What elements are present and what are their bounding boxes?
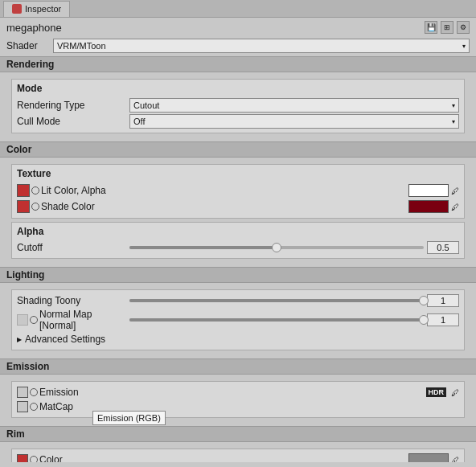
- color-section: Color Texture Lit Color, Alpha 🖊 Shad: [0, 141, 476, 265]
- cutoff-value[interactable]: 0.5: [427, 241, 459, 254]
- lit-color-label: Lit Color, Alpha: [41, 185, 408, 196]
- normal-map-fill: [129, 318, 424, 322]
- normal-map-track: [129, 318, 424, 322]
- inspector-tab[interactable]: Inspector: [3, 1, 70, 17]
- lit-color-box[interactable]: [408, 184, 449, 197]
- tab-label: Inspector: [25, 4, 61, 14]
- emission-block: Emission HDR 🖊 MatCap: [11, 381, 465, 418]
- layout-icon-btn[interactable]: ⊞: [441, 21, 453, 34]
- rendering-section: Rendering Mode Rendering Type Cutout ▾ C…: [0, 56, 476, 140]
- shading-toony-slider[interactable]: [129, 294, 424, 307]
- lit-color-picker-icon[interactable]: 🖊: [451, 186, 459, 195]
- cutoff-label: Cutoff: [17, 242, 129, 253]
- tab-bar: Inspector: [0, 0, 476, 18]
- lit-color-row: Lit Color, Alpha 🖊: [17, 182, 459, 199]
- object-name: megaphone: [6, 22, 62, 34]
- emission-section-header: Emission: [0, 358, 476, 375]
- matcap-dot: [30, 403, 38, 411]
- shade-color-row: Shade Color 🖊: [17, 199, 459, 215]
- rendering-type-arrow: ▾: [452, 102, 455, 109]
- emission-row: Emission HDR 🖊: [17, 385, 459, 399]
- object-header: megaphone 💾 ⊞ ⚙: [0, 18, 476, 37]
- cull-mode-dropdown[interactable]: Off ▾: [129, 114, 459, 129]
- shading-toony-fill: [129, 299, 424, 302]
- rim-color-label: Color: [39, 454, 63, 462]
- shade-color-label: Shade Color: [41, 201, 408, 212]
- scroll-area[interactable]: megaphone 💾 ⊞ ⚙ Shader VRM/MToon ▾ Rende…: [0, 18, 476, 462]
- rendering-type-label: Rendering Type: [17, 100, 129, 111]
- shade-color-picker-icon[interactable]: 🖊: [451, 203, 459, 211]
- emission-dot: [30, 388, 38, 396]
- rendering-type-row: Rendering Type Cutout ▾: [17, 97, 459, 113]
- shader-dropdown[interactable]: VRM/MToon ▾: [53, 39, 470, 53]
- save-icon-btn[interactable]: 💾: [425, 21, 437, 34]
- texture-block: Texture Lit Color, Alpha 🖊 Shade Color 🖊: [11, 164, 465, 219]
- rendering-type-value: Cutout ▾: [129, 98, 459, 113]
- mode-block: Mode Rendering Type Cutout ▾ Cull Mode: [11, 79, 465, 133]
- rim-section-header: Rim: [0, 426, 476, 442]
- matcap-swatch: [17, 401, 28, 412]
- emission-section: Emission Emission HDR 🖊: [0, 358, 476, 424]
- lighting-section: Lighting Shading Toony 1: [0, 267, 476, 357]
- emission-tooltip: Emission (RGB): [92, 411, 166, 425]
- cutoff-thumb[interactable]: [272, 243, 281, 252]
- cull-mode-row: Cull Mode Off ▾: [17, 113, 459, 129]
- advanced-label: Advanced Settings: [25, 334, 105, 345]
- shading-toony-row: Shading Toony 1: [17, 293, 459, 308]
- normal-map-dot: [30, 316, 38, 324]
- shader-dropdown-arrow: ▾: [462, 43, 466, 50]
- shading-toony-thumb[interactable]: [419, 296, 429, 305]
- advanced-triangle-icon: ▶: [17, 336, 22, 343]
- cull-mode-value: Off ▾: [129, 114, 459, 129]
- lighting-section-content: Shading Toony 1 Normal Map [Normal]: [0, 283, 476, 357]
- shader-value: VRM/MToon: [57, 41, 106, 51]
- normal-map-value[interactable]: 1: [427, 313, 459, 326]
- shading-toony-track: [129, 299, 424, 302]
- rim-section: Rim Color 🖊 Lighting: [0, 426, 476, 462]
- shade-color-dot: [31, 203, 39, 211]
- lit-color-preview-swatch: [17, 184, 30, 197]
- rim-block: Color 🖊 Lighting Mix: [11, 449, 465, 462]
- rendering-section-content: Mode Rendering Type Cutout ▾ Cull Mode: [0, 72, 476, 140]
- cutoff-track: [129, 246, 424, 249]
- matcap-label: MatCap: [39, 401, 73, 412]
- shader-label: Shader: [6, 40, 47, 51]
- alpha-sub-header: Alpha: [17, 226, 459, 237]
- emission-picker-icon[interactable]: 🖊: [451, 388, 459, 397]
- settings-icon-btn[interactable]: ⚙: [457, 21, 470, 34]
- inspector-tab-icon: [12, 4, 22, 14]
- shade-color-preview-swatch: [17, 200, 30, 213]
- rim-color-swatch-red: [17, 454, 28, 462]
- header-icons: 💾 ⊞ ⚙: [425, 21, 470, 34]
- texture-sub-header: Texture: [17, 168, 459, 179]
- normal-map-row: Normal Map [Normal] 1: [17, 308, 459, 332]
- cutoff-slider[interactable]: [129, 241, 424, 254]
- cull-mode-arrow: ▾: [452, 118, 455, 125]
- alpha-block: Alpha Cutoff 0.5: [11, 222, 465, 259]
- normal-map-swatch: [17, 314, 28, 326]
- hdr-badge: HDR: [426, 387, 447, 397]
- rim-color-row: Color 🖊: [17, 453, 459, 462]
- mode-sub-header: Mode: [17, 83, 459, 94]
- shader-row: Shader VRM/MToon ▾: [0, 37, 476, 55]
- shading-toony-label: Shading Toony: [17, 295, 129, 306]
- rim-color-box[interactable]: [408, 453, 449, 462]
- lighting-block: Shading Toony 1 Normal Map [Normal]: [11, 289, 465, 350]
- rendering-type-dropdown[interactable]: Cutout ▾: [129, 98, 459, 113]
- normal-map-slider[interactable]: [129, 313, 424, 326]
- emission-section-content: Emission HDR 🖊 MatCap: [0, 375, 476, 424]
- rim-color-picker-icon[interactable]: 🖊: [451, 456, 459, 463]
- color-section-content: Texture Lit Color, Alpha 🖊 Shade Color 🖊: [0, 158, 476, 265]
- matcap-row: MatCap: [17, 399, 459, 414]
- shading-toony-value[interactable]: 1: [427, 294, 459, 307]
- lit-color-dot: [31, 186, 39, 195]
- cutoff-fill: [129, 246, 277, 249]
- lighting-section-header: Lighting: [0, 267, 476, 283]
- normal-map-thumb[interactable]: [419, 315, 429, 325]
- advanced-settings-row[interactable]: ▶ Advanced Settings: [17, 332, 459, 346]
- emission-label: Emission: [39, 387, 79, 398]
- color-section-header: Color: [0, 141, 476, 158]
- shade-color-box[interactable]: [408, 200, 449, 213]
- emission-swatch: [17, 387, 28, 398]
- rim-color-dot: [30, 456, 38, 462]
